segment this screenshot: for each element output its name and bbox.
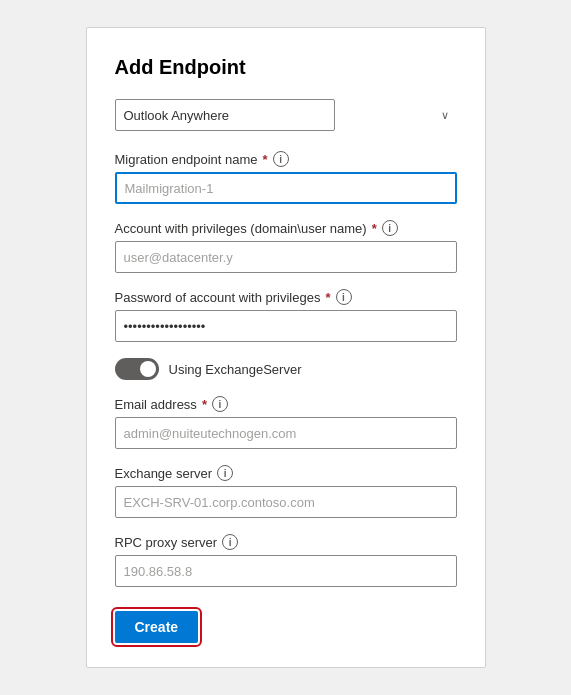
chevron-down-icon: ∨ — [441, 109, 449, 122]
exchange-server-toggle[interactable] — [115, 358, 159, 380]
rpc-proxy-group: RPC proxy server i — [115, 534, 457, 587]
required-star: * — [202, 397, 207, 412]
rpc-proxy-info-icon[interactable]: i — [222, 534, 238, 550]
toggle-track — [115, 358, 159, 380]
email-group: Email address * i — [115, 396, 457, 449]
exchange-server-toggle-group: Using ExchangeServer — [115, 358, 457, 380]
account-info-icon[interactable]: i — [382, 220, 398, 236]
exchange-server-group: Exchange server i — [115, 465, 457, 518]
account-label: Account with privileges (domain\user nam… — [115, 220, 457, 236]
email-label: Email address * i — [115, 396, 457, 412]
endpoint-name-label: Migration endpoint name * i — [115, 151, 457, 167]
account-group: Account with privileges (domain\user nam… — [115, 220, 457, 273]
add-endpoint-card: Add Endpoint Outlook AnywhereIMAPExchang… — [86, 27, 486, 668]
required-star: * — [263, 152, 268, 167]
endpoint-name-info-icon[interactable]: i — [273, 151, 289, 167]
page-title: Add Endpoint — [115, 56, 457, 79]
rpc-proxy-input[interactable] — [115, 555, 457, 587]
rpc-proxy-label: RPC proxy server i — [115, 534, 457, 550]
create-button[interactable]: Create — [115, 611, 199, 643]
password-label: Password of account with privileges * i — [115, 289, 457, 305]
password-info-icon[interactable]: i — [336, 289, 352, 305]
required-star: * — [325, 290, 330, 305]
password-input[interactable] — [115, 310, 457, 342]
endpoint-type-select[interactable]: Outlook AnywhereIMAPExchange On-premises — [115, 99, 335, 131]
endpoint-type-dropdown-wrapper: Outlook AnywhereIMAPExchange On-premises… — [115, 99, 457, 131]
endpoint-name-input[interactable] — [115, 172, 457, 204]
toggle-label: Using ExchangeServer — [169, 362, 302, 377]
endpoint-name-group: Migration endpoint name * i — [115, 151, 457, 204]
required-star: * — [372, 221, 377, 236]
email-info-icon[interactable]: i — [212, 396, 228, 412]
exchange-server-info-icon[interactable]: i — [217, 465, 233, 481]
exchange-server-input[interactable] — [115, 486, 457, 518]
account-input[interactable] — [115, 241, 457, 273]
exchange-server-label: Exchange server i — [115, 465, 457, 481]
email-input[interactable] — [115, 417, 457, 449]
password-group: Password of account with privileges * i — [115, 289, 457, 342]
toggle-thumb — [140, 361, 156, 377]
